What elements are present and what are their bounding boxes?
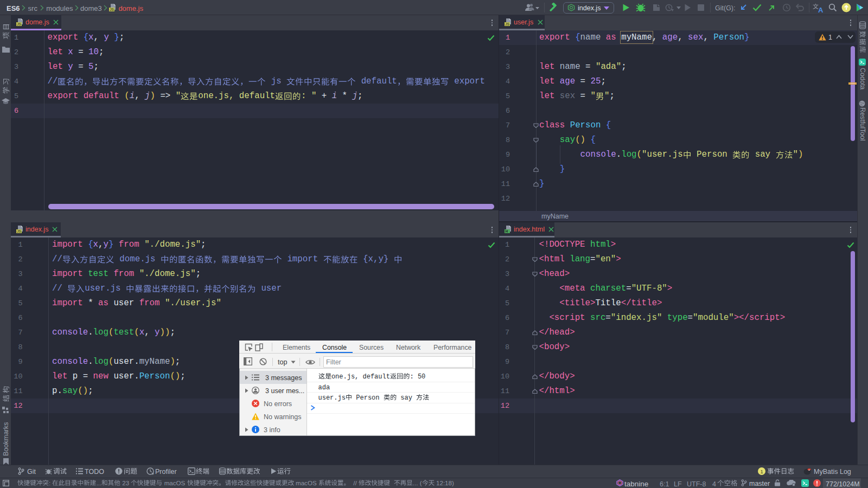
svg-text:H: H xyxy=(505,229,508,233)
svg-text:A: A xyxy=(818,6,824,13)
svg-text:1: 1 xyxy=(761,468,763,474)
svg-text:JS: JS xyxy=(505,22,510,26)
svg-text:JS: JS xyxy=(17,22,22,26)
svg-text:JS: JS xyxy=(17,229,22,233)
svg-text:JS: JS xyxy=(110,8,114,11)
